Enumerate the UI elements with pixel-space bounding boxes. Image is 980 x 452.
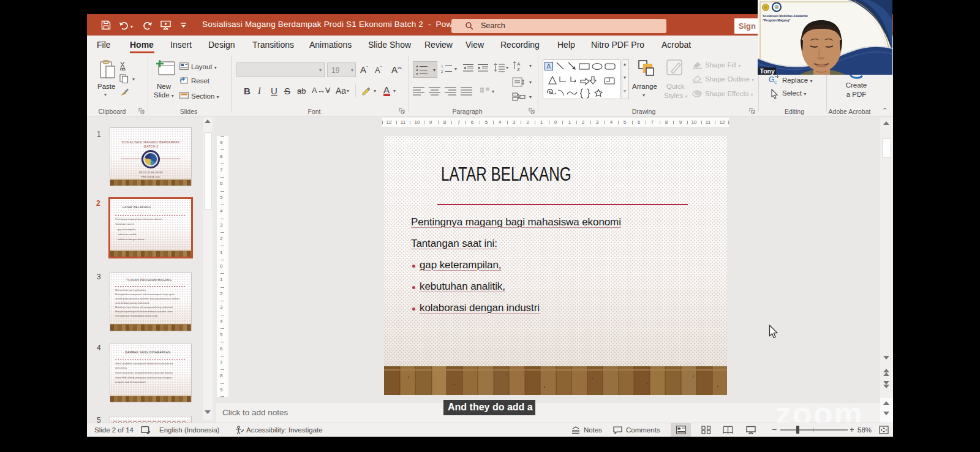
svg-text:1: 1	[441, 64, 443, 68]
svg-text:A: A	[547, 63, 551, 70]
svg-text:Tony: Tony	[760, 67, 775, 75]
svg-text:Sosialisasi Mobilitas Akademik: Sosialisasi Mobilitas Akademik	[763, 14, 808, 18]
svg-text:c: c	[774, 79, 777, 85]
svg-text:A: A	[517, 61, 521, 67]
svg-text:"Program Magang": "Program Magang"	[763, 18, 791, 22]
svg-text:G: G	[769, 75, 774, 84]
svg-text:Z: Z	[517, 67, 520, 72]
svg-text:2: 2	[441, 70, 443, 73]
